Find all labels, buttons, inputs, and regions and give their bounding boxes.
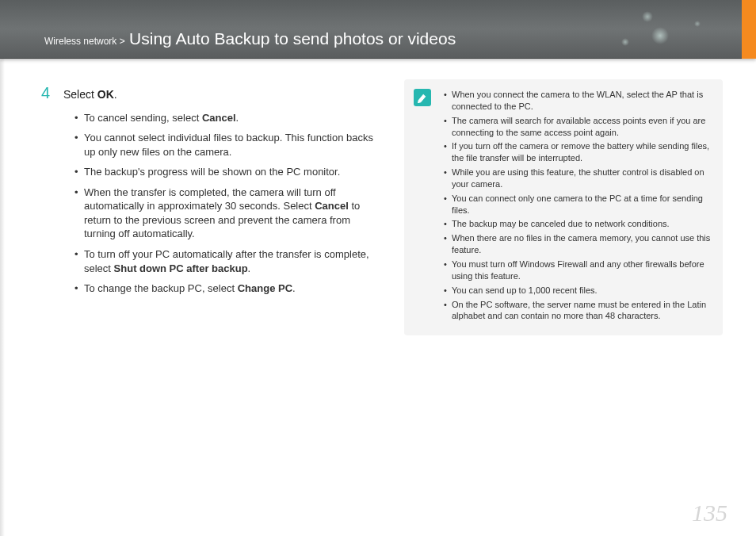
note-item: You can send up to 1,000 recent files. [444, 285, 712, 297]
note-item: While you are using this feature, the sh… [444, 167, 712, 190]
note-list: When you connect the camera to the WLAN,… [444, 89, 712, 322]
note-item: You must turn off Windows Firewall and a… [444, 258, 712, 282]
page-header: Wireless network > Using Auto Backup to … [0, 0, 756, 59]
decor-sparkle [642, 11, 653, 22]
decor-sparkle [621, 38, 629, 46]
list-item: You cannot select individual files to ba… [74, 131, 374, 159]
step-text-prefix: Select [63, 88, 97, 101]
page-content: 4 Select OK. To cancel sending, select C… [41, 79, 727, 536]
list-text: . [236, 112, 239, 124]
list-item: When the transfer is completed, the came… [74, 186, 374, 241]
note-item: The backup may be canceled due to networ… [444, 218, 712, 230]
list-bold: Shut down PC after backup [114, 262, 248, 274]
note-item: The camera will search for available acc… [444, 115, 712, 139]
list-bold: Change PC [238, 282, 292, 294]
step-text-bold: OK [97, 88, 114, 101]
list-bold: Cancel [315, 200, 349, 212]
list-item: To turn off your PC automatically after … [74, 247, 374, 275]
note-item: When you connect the camera to the WLAN,… [444, 89, 712, 113]
breadcrumb: Wireless network > Using Auto Backup to … [44, 29, 456, 48]
list-text: . [292, 282, 296, 294]
decor-sparkle [694, 21, 701, 27]
breadcrumb-section: Wireless network [44, 36, 116, 47]
list-bold: Cancel [202, 112, 236, 124]
list-text: When the transfer is completed, the came… [84, 186, 336, 212]
step-text-suffix: . [114, 88, 117, 101]
list-item: To change the backup PC, select Change P… [74, 281, 374, 296]
note-item: When there are no files in the camera me… [444, 232, 712, 256]
note-item: You can connect only one camera to the P… [444, 193, 712, 216]
decor-sparkle [651, 27, 669, 44]
section-tab-marker [742, 0, 756, 59]
instruction-list: To cancel sending, select Cancel. You ca… [74, 111, 374, 296]
note-box: When you connect the camera to the WLAN,… [404, 79, 723, 335]
list-text: . [248, 262, 251, 274]
note-item: If you turn off the camera or remove the… [444, 140, 712, 164]
step-instruction: Select OK. [63, 79, 374, 103]
list-text: You cannot select individual files to ba… [84, 132, 373, 158]
left-column: 4 Select OK. To cancel sending, select C… [41, 79, 374, 302]
step-number: 4 [41, 84, 50, 102]
list-text: To cancel sending, select [84, 112, 202, 124]
note-item: On the PC software, the server name must… [444, 299, 712, 323]
page-number: 135 [692, 500, 727, 526]
list-text: The backup's progress will be shown on t… [84, 166, 340, 178]
page-title: Using Auto Backup to send photos or vide… [128, 29, 456, 48]
page-left-shadow [0, 0, 5, 536]
list-item: To cancel sending, select Cancel. [74, 111, 374, 125]
list-text: To change the backup PC, select [84, 282, 238, 294]
list-item: The backup's progress will be shown on t… [74, 165, 374, 179]
note-icon [414, 89, 431, 106]
breadcrumb-separator: > [120, 36, 125, 47]
